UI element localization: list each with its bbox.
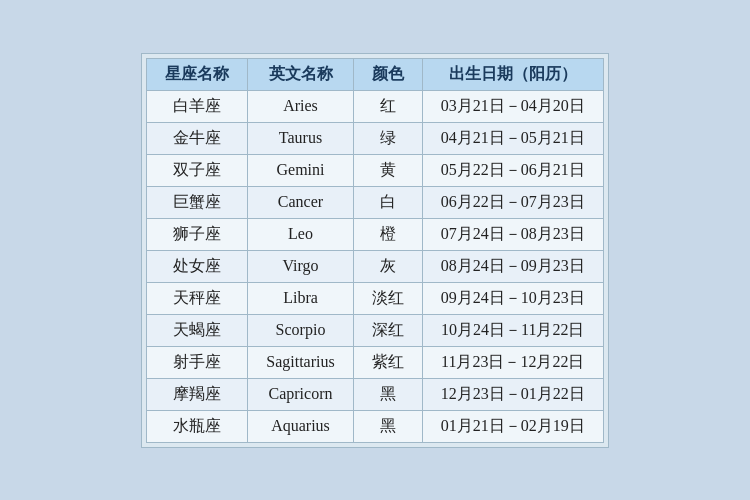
table-row: 白羊座Aries红03月21日－04月20日 [147, 90, 603, 122]
table-cell-3-0: 巨蟹座 [147, 186, 248, 218]
table-cell-3-3: 06月22日－07月23日 [422, 186, 603, 218]
zodiac-table: 星座名称英文名称颜色出生日期（阳历） 白羊座Aries红03月21日－04月20… [146, 58, 603, 443]
table-cell-2-1: Gemini [248, 154, 353, 186]
table-cell-6-0: 天秤座 [147, 282, 248, 314]
table-header-cell: 出生日期（阳历） [422, 58, 603, 90]
table-cell-0-1: Aries [248, 90, 353, 122]
table-row: 天秤座Libra淡红09月24日－10月23日 [147, 282, 603, 314]
table-row: 双子座Gemini黄05月22日－06月21日 [147, 154, 603, 186]
table-cell-10-0: 水瓶座 [147, 410, 248, 442]
table-cell-1-3: 04月21日－05月21日 [422, 122, 603, 154]
table-cell-4-1: Leo [248, 218, 353, 250]
table-cell-7-3: 10月24日－11月22日 [422, 314, 603, 346]
zodiac-table-container: 星座名称英文名称颜色出生日期（阳历） 白羊座Aries红03月21日－04月20… [141, 53, 608, 448]
table-cell-7-0: 天蝎座 [147, 314, 248, 346]
table-cell-2-2: 黄 [353, 154, 422, 186]
table-cell-2-0: 双子座 [147, 154, 248, 186]
table-cell-4-0: 狮子座 [147, 218, 248, 250]
table-row: 处女座Virgo灰08月24日－09月23日 [147, 250, 603, 282]
table-cell-8-0: 射手座 [147, 346, 248, 378]
table-cell-5-2: 灰 [353, 250, 422, 282]
table-header-cell: 星座名称 [147, 58, 248, 90]
table-row: 巨蟹座Cancer白06月22日－07月23日 [147, 186, 603, 218]
table-cell-4-3: 07月24日－08月23日 [422, 218, 603, 250]
table-cell-10-2: 黑 [353, 410, 422, 442]
table-row: 水瓶座Aquarius黑01月21日－02月19日 [147, 410, 603, 442]
table-cell-3-1: Cancer [248, 186, 353, 218]
table-cell-3-2: 白 [353, 186, 422, 218]
table-cell-1-1: Taurus [248, 122, 353, 154]
table-cell-10-3: 01月21日－02月19日 [422, 410, 603, 442]
table-cell-4-2: 橙 [353, 218, 422, 250]
table-cell-7-2: 深红 [353, 314, 422, 346]
table-row: 天蝎座Scorpio深红10月24日－11月22日 [147, 314, 603, 346]
table-row: 金牛座Taurus绿04月21日－05月21日 [147, 122, 603, 154]
table-cell-1-2: 绿 [353, 122, 422, 154]
table-cell-6-2: 淡红 [353, 282, 422, 314]
table-row: 狮子座Leo橙07月24日－08月23日 [147, 218, 603, 250]
table-row: 射手座Sagittarius紫红11月23日－12月22日 [147, 346, 603, 378]
table-header-cell: 颜色 [353, 58, 422, 90]
table-cell-9-2: 黑 [353, 378, 422, 410]
table-cell-6-1: Libra [248, 282, 353, 314]
table-cell-2-3: 05月22日－06月21日 [422, 154, 603, 186]
table-cell-9-1: Capricorn [248, 378, 353, 410]
table-cell-0-3: 03月21日－04月20日 [422, 90, 603, 122]
table-cell-8-3: 11月23日－12月22日 [422, 346, 603, 378]
table-header-row: 星座名称英文名称颜色出生日期（阳历） [147, 58, 603, 90]
table-cell-7-1: Scorpio [248, 314, 353, 346]
table-body: 白羊座Aries红03月21日－04月20日金牛座Taurus绿04月21日－0… [147, 90, 603, 442]
table-cell-6-3: 09月24日－10月23日 [422, 282, 603, 314]
table-cell-8-2: 紫红 [353, 346, 422, 378]
table-cell-5-1: Virgo [248, 250, 353, 282]
table-header-cell: 英文名称 [248, 58, 353, 90]
table-cell-0-0: 白羊座 [147, 90, 248, 122]
table-cell-0-2: 红 [353, 90, 422, 122]
table-cell-5-0: 处女座 [147, 250, 248, 282]
table-cell-10-1: Aquarius [248, 410, 353, 442]
table-cell-9-3: 12月23日－01月22日 [422, 378, 603, 410]
table-cell-8-1: Sagittarius [248, 346, 353, 378]
table-cell-9-0: 摩羯座 [147, 378, 248, 410]
table-cell-5-3: 08月24日－09月23日 [422, 250, 603, 282]
table-row: 摩羯座Capricorn黑12月23日－01月22日 [147, 378, 603, 410]
table-cell-1-0: 金牛座 [147, 122, 248, 154]
